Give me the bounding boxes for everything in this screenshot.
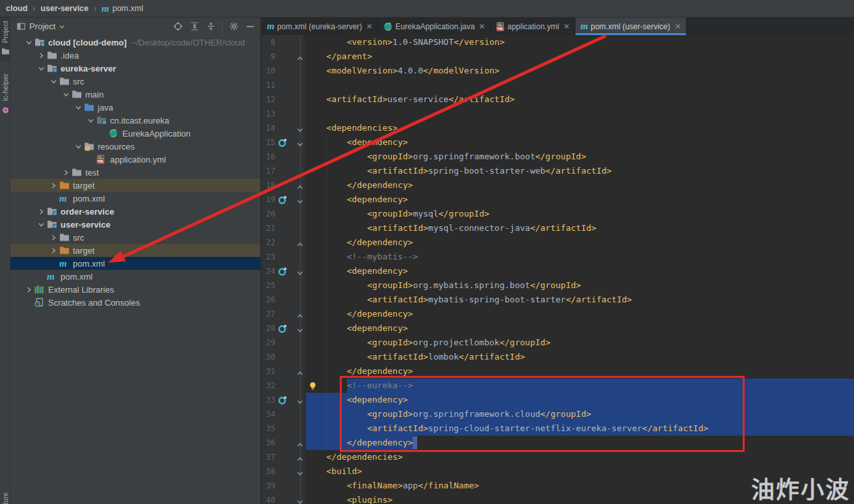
fold-marker[interactable] — [296, 53, 304, 60]
fold-marker[interactable] — [296, 181, 304, 189]
expand-all-button[interactable] — [189, 21, 199, 31]
code-line[interactable]: 37 </dependencies> — [262, 450, 854, 464]
code-line[interactable]: 30 <artifactId>lombok</artifactId> — [262, 350, 854, 364]
code-line[interactable]: 26 <artifactId>mybatis-spring-boot-start… — [262, 293, 854, 307]
maven-dependency-icon[interactable] — [278, 324, 287, 333]
code-line[interactable]: 12 <artifactId>user-service</artifactId> — [262, 92, 854, 107]
tree-row[interactable]: mpom.xml — [10, 192, 260, 205]
tree-row[interactable]: test — [10, 166, 260, 179]
editor-tab[interactable]: YMLapplication.yml — [491, 18, 575, 35]
settings-button[interactable] — [229, 21, 239, 31]
project-panel-title[interactable]: Project — [29, 21, 55, 31]
tab-close-button[interactable] — [479, 23, 485, 29]
tree-row[interactable]: target — [10, 244, 260, 257]
tab-close-button[interactable] — [675, 23, 681, 29]
editor-tab[interactable]: EurekaApplication.java — [378, 18, 491, 35]
fold-marker[interactable] — [296, 367, 304, 375]
fold-marker[interactable] — [296, 267, 304, 275]
tree-row[interactable]: target — [10, 179, 260, 192]
chevron-down-icon[interactable] — [48, 75, 59, 88]
hide-panel-button[interactable] — [245, 21, 255, 31]
tree-row[interactable]: YMLapplication.yml — [10, 153, 260, 166]
chevron-down-icon[interactable] — [85, 114, 96, 127]
code-line[interactable]: 10 <modelVersion>4.0.0</modelVersion> — [262, 64, 854, 78]
stripe-structure-button[interactable]: Structure — [0, 489, 10, 504]
fold-marker[interactable] — [296, 310, 304, 318]
code-line[interactable]: 23 <!--mybatis--> — [262, 250, 854, 264]
tree-row[interactable]: Scratches and Consoles — [10, 296, 260, 309]
fold-marker[interactable] — [296, 325, 304, 332]
fold-marker[interactable] — [296, 453, 304, 461]
maven-dependency-icon[interactable] — [278, 138, 287, 147]
editor-tab[interactable]: mpom.xml (user-service) — [575, 18, 687, 35]
fold-marker[interactable] — [296, 124, 304, 132]
breadcrumb-item[interactable]: pom.xml — [113, 4, 143, 13]
stripe-lc-helper-button[interactable]: lc-helper — [0, 70, 10, 120]
maven-dependency-icon[interactable] — [278, 267, 287, 276]
code-line[interactable]: 17 <artifactId>spring-boot-starter-web</… — [262, 164, 854, 178]
dropdown-caret-icon[interactable] — [59, 23, 65, 30]
code-line[interactable]: 8 <version>1.0-SNAPSHOT</version> — [262, 35, 854, 49]
chevron-down-icon[interactable] — [36, 62, 47, 75]
fold-marker[interactable] — [296, 239, 304, 246]
chevron-right-icon[interactable] — [48, 231, 59, 244]
code-line[interactable]: 16 <groupId>org.springframework.boot</gr… — [262, 150, 854, 164]
chevron-right-icon[interactable] — [23, 283, 34, 296]
code-line[interactable]: 20 <groupId>mysql</groupId> — [262, 207, 854, 221]
code-line[interactable]: 11 — [262, 78, 854, 92]
chevron-down-icon[interactable] — [23, 36, 34, 49]
locate-button[interactable] — [173, 21, 183, 31]
fold-marker[interactable] — [296, 439, 304, 447]
code-line[interactable]: 18 </dependency> — [262, 178, 854, 192]
collapse-all-button[interactable] — [206, 21, 215, 31]
code-line[interactable]: 9 </parent> — [262, 49, 854, 64]
tree-row[interactable]: order-service — [10, 205, 260, 218]
tree-row[interactable]: main — [10, 88, 260, 101]
chevron-down-icon[interactable] — [73, 140, 84, 153]
code-line[interactable]: 19 <dependency> — [262, 192, 854, 207]
code-line[interactable]: 27 </dependency> — [262, 307, 854, 321]
tree-row[interactable]: src — [10, 75, 260, 88]
tree-row[interactable]: EurekaApplication — [10, 127, 260, 140]
chevron-down-icon[interactable] — [61, 88, 72, 101]
chevron-right-icon[interactable] — [36, 49, 47, 62]
fold-marker[interactable] — [296, 468, 304, 475]
code-line[interactable]: 21 <artifactId>mysql-connector-java</art… — [262, 221, 854, 235]
tree-row[interactable]: user-service — [10, 218, 260, 231]
chevron-right-icon[interactable] — [36, 205, 47, 218]
code-line[interactable]: 25 <groupId>org.mybatis.spring.boot</gro… — [262, 278, 854, 293]
chevron-right-icon[interactable] — [61, 166, 72, 179]
breadcrumb-item[interactable]: user-service — [40, 4, 89, 13]
tree-row[interactable]: cn.itcast.eureka — [10, 114, 260, 127]
chevron-down-icon[interactable] — [73, 101, 84, 114]
code-line[interactable]: 15 <dependency> — [262, 135, 854, 150]
tab-close-button[interactable] — [564, 23, 570, 29]
code-line[interactable]: 24 <dependency> — [262, 264, 854, 278]
tree-row[interactable]: cloud [cloud-demo]~/Desktop/code/OTHER/c… — [10, 36, 260, 49]
chevron-right-icon[interactable] — [48, 179, 59, 192]
maven-dependency-icon[interactable] — [278, 195, 287, 204]
fold-marker[interactable] — [296, 496, 304, 504]
code-line[interactable]: 14 <dependencies> — [262, 121, 854, 135]
tree-row[interactable]: resources — [10, 140, 260, 153]
editor-tab[interactable]: mpom.xml (eureka-server) — [262, 18, 378, 35]
breadcrumb-item[interactable]: cloud — [6, 4, 27, 13]
tree-row[interactable]: src — [10, 231, 260, 244]
code-line[interactable]: 13 — [262, 107, 854, 121]
code-line[interactable]: 29 <groupId>org.projectlombok</groupId> — [262, 336, 854, 350]
tab-close-button[interactable] — [366, 23, 372, 29]
fold-marker[interactable] — [296, 196, 304, 204]
chevron-right-icon[interactable] — [48, 244, 59, 257]
stripe-project-button[interactable]: Project — [0, 18, 10, 61]
fold-marker[interactable] — [296, 139, 304, 146]
tree-row[interactable]: mpom.xml — [10, 270, 260, 283]
chevron-down-icon[interactable] — [36, 218, 47, 231]
tree-row[interactable]: mpom.xml — [10, 257, 260, 270]
maven-dependency-icon[interactable] — [278, 395, 287, 405]
code-line[interactable]: 28 <dependency> — [262, 321, 854, 336]
tree-row[interactable]: eureka-server — [10, 62, 260, 75]
tree-row[interactable]: java — [10, 101, 260, 114]
tree-row[interactable]: .idea — [10, 49, 260, 62]
fold-marker[interactable] — [296, 396, 304, 404]
tree-row[interactable]: External Libraries — [10, 283, 260, 296]
